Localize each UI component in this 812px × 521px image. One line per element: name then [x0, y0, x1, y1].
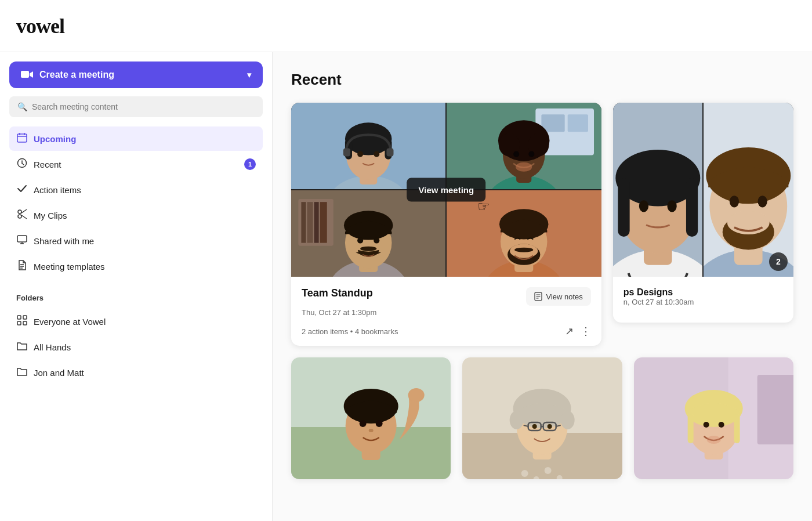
meeting-card-body-team-standup: Team Standup View notes Thu, Oct 27 at 1… [291, 277, 601, 346]
file-icon [16, 260, 28, 273]
sidebar-item-action-items[interactable]: Action items [9, 178, 263, 202]
view-notes-button[interactable]: View notes [526, 287, 590, 306]
svg-point-57 [357, 238, 363, 244]
sidebar-item-upcoming[interactable]: Upcoming [9, 126, 263, 151]
folders-section: Folders Everyone at Vowel [9, 290, 263, 385]
video-camera-icon [21, 70, 34, 79]
svg-point-79 [667, 200, 676, 212]
section-title: Recent [291, 71, 793, 89]
ps-designs-title: ps Designs [624, 287, 783, 298]
bottom-cards-row [291, 357, 793, 479]
svg-rect-50 [314, 202, 319, 243]
grid-icon [16, 315, 28, 328]
svg-rect-0 [21, 71, 29, 78]
svg-point-117 [548, 424, 552, 429]
sidebar-item-meeting-templates-label: Meeting templates [34, 262, 105, 272]
sidebar: Create a meeting ▾ 🔍 [0, 52, 273, 521]
folders-title: Folders [9, 290, 263, 306]
svg-rect-18 [17, 316, 21, 319]
video-cell-6 [704, 103, 793, 277]
video-cell-4 [447, 190, 601, 277]
ps-designs-date: n, Oct 27 at 10:30am [624, 298, 783, 306]
svg-line-7 [22, 164, 24, 165]
cursor-icon: ☞ [477, 198, 490, 215]
recent-badge: 1 [244, 158, 256, 170]
bottom-card-3[interactable] [634, 357, 793, 479]
svg-rect-126 [734, 414, 740, 443]
monitor-icon [16, 234, 28, 247]
sidebar-item-action-items-label: Action items [34, 185, 81, 195]
nav-list: Upcoming Recent 1 [9, 126, 263, 278]
sidebar-item-my-clips[interactable]: My Clips [9, 203, 263, 227]
search-input[interactable] [32, 102, 255, 111]
meeting-thumbnail-team-standup: View meeting ☞ [291, 103, 601, 277]
scissors-icon [16, 209, 28, 222]
svg-rect-12 [17, 236, 27, 242]
svg-rect-19 [23, 316, 27, 319]
check-icon [16, 183, 28, 196]
svg-point-29 [357, 151, 363, 157]
bottom-card-2[interactable] [462, 357, 622, 479]
svg-point-127 [703, 422, 709, 428]
svg-point-128 [718, 422, 724, 428]
folder-all-hands-label: All Hands [34, 342, 71, 352]
meeting-card-ps-designs[interactable]: 2 ps Designs n, Oct 27 at 10:30am [613, 103, 793, 323]
create-meeting-button[interactable]: Create a meeting ▾ [9, 61, 263, 88]
svg-point-30 [374, 151, 379, 157]
sidebar-item-everyone-at-vowel[interactable]: Everyone at Vowel [9, 309, 263, 334]
meeting-card-team-standup[interactable]: View meeting ☞ Team Standup [291, 103, 601, 346]
logo: vowel [16, 14, 64, 38]
sidebar-item-meeting-templates[interactable]: Meeting templates [9, 254, 263, 278]
svg-point-88 [758, 196, 767, 207]
svg-rect-48 [301, 202, 306, 243]
svg-point-110 [561, 411, 575, 429]
sidebar-item-jon-and-matt[interactable]: Jon and Matt [9, 360, 263, 385]
sidebar-item-recent-label: Recent [34, 160, 61, 169]
view-notes-label: View notes [546, 292, 582, 301]
svg-rect-20 [17, 321, 21, 325]
svg-point-109 [510, 411, 524, 429]
calendar-icon [16, 132, 28, 145]
share-icon[interactable]: ↗ [565, 325, 574, 338]
svg-line-10 [21, 209, 27, 214]
notes-icon [534, 292, 542, 301]
svg-point-8 [18, 210, 21, 214]
main-content: Recent [273, 52, 812, 521]
bottom-card-1[interactable] [291, 357, 451, 479]
svg-rect-120 [757, 375, 793, 444]
ps-designs-thumbnail: 2 [613, 103, 793, 277]
sidebar-item-upcoming-label: Upcoming [34, 134, 76, 144]
svg-rect-36 [568, 114, 588, 132]
folder-jon-matt-label: Jon and Matt [34, 368, 84, 378]
svg-rect-21 [23, 321, 27, 325]
folder-icon-jon-matt [16, 366, 28, 379]
sidebar-item-shared-with-me[interactable]: Shared with me [9, 229, 263, 253]
header: vowel [0, 0, 812, 52]
bottom-card-1-thumbnail [291, 357, 451, 479]
svg-rect-31 [343, 149, 350, 157]
svg-point-129 [706, 436, 720, 444]
sidebar-item-recent[interactable]: Recent 1 [9, 152, 263, 176]
bottom-card-2-thumbnail [462, 357, 622, 479]
meeting-actions: ↗ ⋮ [565, 325, 591, 338]
meeting-meta-row: 2 action items • 4 bookmarks ↗ ⋮ [302, 325, 591, 338]
svg-point-45 [516, 162, 532, 172]
svg-point-43 [513, 151, 519, 157]
svg-point-104 [545, 467, 552, 474]
sidebar-item-all-hands[interactable]: All Hands [9, 335, 263, 359]
bottom-card-3-thumbnail [634, 357, 793, 479]
meeting-date: Thu, Oct 27 at 1:30pm [302, 308, 591, 317]
search-bar[interactable]: 🔍 [9, 96, 263, 117]
meeting-card-header: Team Standup View notes [302, 287, 591, 306]
folder-everyone-label: Everyone at Vowel [34, 317, 106, 327]
view-meeting-overlay[interactable]: View meeting [407, 178, 486, 202]
svg-point-78 [639, 200, 648, 212]
svg-rect-76 [618, 178, 629, 237]
svg-point-9 [18, 215, 21, 218]
sidebar-item-my-clips-label: My Clips [34, 211, 67, 220]
partial-number-badge: 2 [769, 252, 788, 271]
cards-row: View meeting ☞ Team Standup [291, 103, 793, 346]
chevron-down-icon: ▾ [247, 70, 251, 79]
more-options-icon[interactable]: ⋮ [581, 325, 591, 338]
video-cell-5 [613, 103, 703, 277]
